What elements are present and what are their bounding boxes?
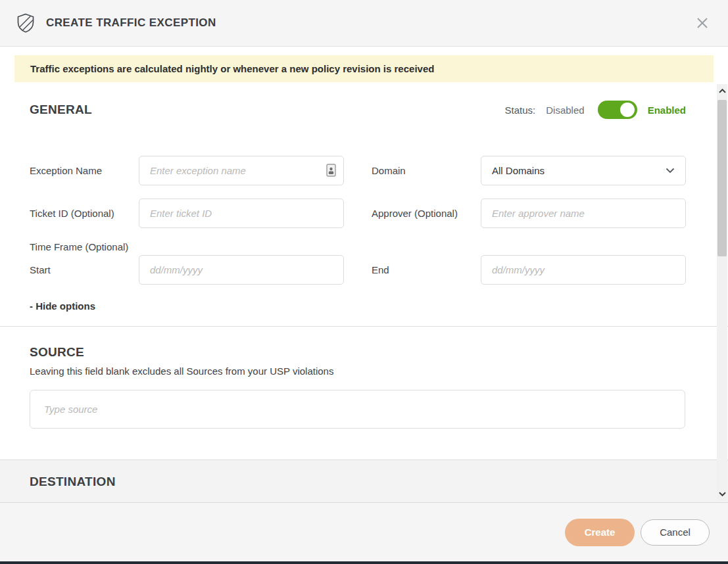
domain-label: Domain (372, 165, 481, 176)
status-label: Status: (505, 105, 536, 116)
autofill-icon (326, 164, 336, 177)
domain-selected-value: All Domains (492, 165, 545, 176)
close-icon[interactable] (694, 14, 711, 32)
notice-banner: Traffic exceptions are calculated nightl… (14, 55, 714, 82)
section-destination: DESTINATION (0, 460, 728, 503)
modal-header: CREATE TRAFFIC EXCEPTION (0, 0, 728, 47)
approver-label: Approver (Optional) (372, 208, 481, 219)
ticket-id-label: Ticket ID (Optional) (30, 208, 139, 219)
toggle-knob (620, 103, 635, 117)
end-label: End (372, 264, 481, 275)
status-toggle[interactable] (598, 101, 637, 119)
scrollbar-thumb[interactable] (717, 100, 727, 256)
banner-area: Traffic exceptions are calculated nightl… (0, 47, 728, 84)
timeframe-label: Time Frame (Optional) (30, 241, 686, 255)
status-group: Status: Disabled Enabled (505, 101, 686, 119)
status-disabled-label: Disabled (546, 105, 584, 116)
shield-icon (17, 13, 34, 33)
chevron-up-icon[interactable] (717, 86, 727, 96)
source-input[interactable] (30, 390, 685, 429)
exception-name-label: Exception Name (30, 165, 139, 176)
cancel-button[interactable]: Cancel (641, 519, 710, 546)
modal-title: CREATE TRAFFIC EXCEPTION (46, 16, 216, 30)
chevron-down-icon[interactable] (717, 489, 727, 499)
section-source: SOURCE Leaving this field blank excludes… (0, 327, 728, 460)
hide-options-link[interactable]: - Hide options (30, 300, 686, 312)
start-date-input[interactable] (139, 255, 344, 285)
section-general: GENERAL Status: Disabled Enabled Excepti… (0, 84, 728, 326)
approver-input[interactable] (481, 199, 686, 228)
create-button[interactable]: Create (565, 519, 635, 546)
general-heading: GENERAL (30, 103, 92, 117)
status-enabled-label: Enabled (648, 105, 686, 116)
domain-select[interactable]: All Domains (481, 156, 686, 185)
chevron-down-icon (666, 168, 675, 174)
create-traffic-exception-modal: CREATE TRAFFIC EXCEPTION Traffic excepti… (0, 0, 728, 564)
modal-footer: Create Cancel (0, 503, 728, 561)
start-label: Start (30, 264, 139, 275)
destination-heading: DESTINATION (30, 475, 686, 489)
exception-name-input[interactable] (139, 156, 344, 185)
end-date-input[interactable] (481, 255, 686, 285)
source-heading: SOURCE (30, 345, 686, 360)
source-description: Leaving this field blank excludes all So… (30, 365, 686, 377)
ticket-id-input[interactable] (139, 199, 344, 228)
bottom-strip (0, 561, 728, 564)
general-form: Exception Name Domain All Domains (30, 156, 686, 312)
scrollbar[interactable] (717, 84, 727, 501)
